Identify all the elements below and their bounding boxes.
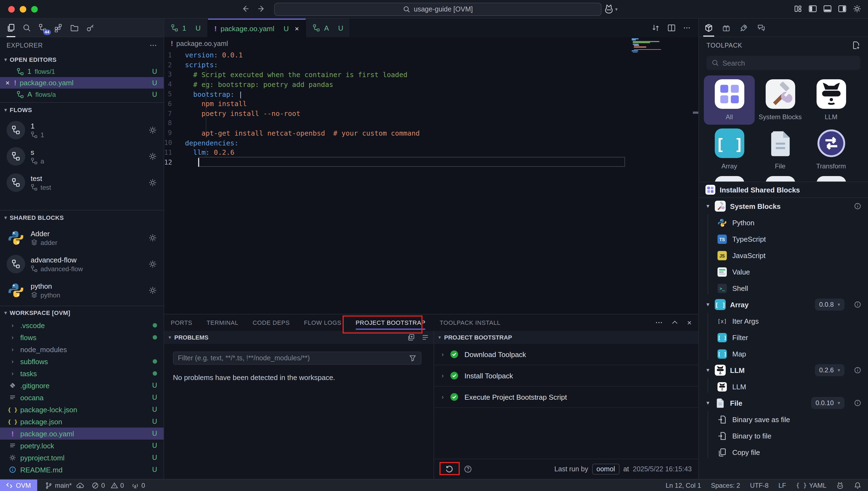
explorer-more-icon[interactable] — [150, 41, 157, 49]
shared-block-card[interactable]: advanced-flowadvanced-flow — [0, 251, 164, 277]
minimap[interactable] — [631, 38, 663, 55]
bootstrap-help-icon[interactable] — [464, 465, 472, 473]
close-tab-icon[interactable]: × — [295, 24, 299, 32]
info-icon[interactable] — [854, 399, 862, 407]
workspace-item-tasks[interactable]: › tasks — [0, 368, 164, 379]
toggle-sidebar-right-icon[interactable] — [838, 4, 847, 13]
block-item-typescript[interactable]: TS TypeScript — [699, 231, 868, 248]
code-line-11[interactable]: 11 llm: 0.2.6 — [164, 148, 698, 157]
editor-scroll-indicator[interactable] — [693, 112, 698, 114]
close-editor-icon[interactable]: × — [5, 79, 9, 87]
breadcrumb[interactable]: ! package.oo.yaml — [164, 37, 698, 50]
triangle-down-icon[interactable]: ▼ — [705, 401, 710, 406]
new-toolpack-icon[interactable] — [851, 41, 860, 50]
maximize-window-button[interactable] — [31, 6, 38, 12]
problems-filter-input[interactable] — [178, 354, 409, 362]
flow-settings-gear-icon[interactable] — [148, 152, 157, 161]
collapse-all-icon[interactable] — [407, 334, 415, 341]
panel-more-icon[interactable] — [655, 319, 663, 326]
chevron-right-icon[interactable]: › — [442, 372, 443, 379]
workspace-header[interactable]: ▾WORKSPACE [OVM] — [0, 306, 164, 319]
shared-blocks-header[interactable]: ▾SHARED BLOCKS — [0, 210, 164, 225]
workspace-item-.gitignore[interactable]: .gitignoreU — [0, 379, 164, 392]
activity-tab-key[interactable] — [86, 23, 95, 32]
forward-icon[interactable] — [257, 4, 266, 13]
open-editors-header[interactable]: ▾OPEN EDITORS — [0, 54, 164, 66]
right-panel-tab-toolpack[interactable] — [704, 19, 713, 36]
workspace-item-oocana[interactable]: oocanaU — [0, 392, 164, 404]
code-line-1[interactable]: 1version: 0.0.1 — [164, 50, 698, 60]
command-center-search[interactable]: usage-guide [OVM] — [274, 3, 601, 16]
back-icon[interactable] — [241, 4, 249, 13]
code-line-2[interactable]: 2scripts: — [164, 60, 698, 70]
toggle-panel-bottom-icon[interactable] — [823, 4, 832, 13]
minimize-window-button[interactable] — [20, 6, 26, 12]
shared-block-card[interactable]: Adderadder — [0, 225, 164, 251]
toolpack-search[interactable] — [707, 56, 860, 70]
activity-tab-folder[interactable] — [70, 23, 79, 32]
block-group-llm[interactable]: ▼ LLM0.2.6▾ — [699, 362, 868, 379]
filter-funnel-icon[interactable] — [409, 354, 416, 362]
activity-tab-files[interactable] — [6, 23, 15, 32]
code-line-6[interactable]: 6 npm install — [164, 99, 698, 109]
assistant-menu-button[interactable]: ▾ — [604, 4, 618, 14]
block-settings-gear-icon[interactable] — [148, 233, 157, 242]
remote-indicator[interactable]: OVM — [0, 479, 37, 491]
cursor-position[interactable]: Ln 12, Col 1 — [666, 482, 701, 489]
open-editor-item[interactable]: Aflows/aU — [0, 89, 164, 100]
block-item-javascript[interactable]: JS JavaScript — [699, 248, 868, 264]
toolpack-tile-file[interactable]: File — [755, 125, 806, 174]
bootstrap-step[interactable]: › Download Toolpack — [434, 344, 698, 365]
last-run-user-badge[interactable]: oomol — [592, 464, 620, 474]
flow-settings-gear-icon[interactable] — [148, 126, 157, 135]
info-icon[interactable] — [854, 367, 862, 374]
toolpack-tile-system-blocks[interactable]: System Blocks — [755, 76, 806, 125]
view-as-list-icon[interactable] — [422, 334, 429, 341]
workspace-item-flows[interactable]: › flows — [0, 331, 164, 343]
block-settings-gear-icon[interactable] — [148, 260, 157, 268]
block-item-binary-save-as-file[interactable]: Binary save as file — [699, 411, 868, 428]
flows-header[interactable]: ▾FLOWS — [0, 103, 164, 117]
block-group-system-blocks[interactable]: ▼ System Blocks — [699, 198, 868, 214]
workspace-item-README.md[interactable]: README.mdU — [0, 464, 164, 476]
close-window-button[interactable] — [8, 6, 15, 12]
block-item-filter[interactable]: [ ] Filter — [699, 329, 868, 346]
panel-maximize-icon[interactable] — [671, 319, 679, 326]
block-item-binary-to-file[interactable]: Binary to file — [699, 428, 868, 444]
indentation-setting[interactable]: Spaces: 2 — [711, 482, 740, 489]
code-line-3[interactable]: 3 # Script executed when the container i… — [164, 70, 698, 80]
panel-tab-toolpack-install[interactable]: TOOLPACK INSTALL — [440, 315, 500, 330]
version-select[interactable]: 0.0.8▾ — [815, 299, 844, 311]
info-icon[interactable] — [854, 203, 862, 210]
notifications-bell-icon[interactable] — [854, 482, 862, 489]
split-editor-icon[interactable] — [667, 24, 676, 32]
block-item-llm[interactable]: LLM — [699, 379, 868, 395]
problems-status[interactable]: 0 0 — [91, 482, 124, 489]
bootstrap-step[interactable]: › Execute Project Bootstrap Script — [434, 386, 698, 408]
info-icon[interactable] — [854, 301, 862, 309]
flow-card[interactable]: sa — [0, 143, 164, 170]
ports-status[interactable]: 0 — [132, 482, 145, 489]
git-branch-status[interactable]: main* — [45, 482, 84, 489]
editor-tab-1[interactable]: 1U — [164, 19, 208, 37]
block-item-copy-file[interactable]: Copy file — [699, 444, 868, 461]
editor-more-icon[interactable] — [683, 24, 691, 32]
language-mode[interactable]: { } YAML — [796, 482, 826, 489]
problems-filter[interactable] — [173, 352, 422, 365]
toolpack-tile-transform[interactable]: Transform — [806, 125, 857, 174]
flow-settings-gear-icon[interactable] — [148, 178, 157, 187]
bootstrap-step[interactable]: › Install Toolpack — [434, 365, 698, 386]
workspace-item-poetry.lock[interactable]: poetry.lockU — [0, 440, 164, 452]
block-item-value[interactable]: Value — [699, 264, 868, 280]
workspace-item-package.json[interactable]: { } package.jsonU — [0, 415, 164, 428]
encoding-setting[interactable]: UTF-8 — [750, 482, 769, 489]
block-settings-gear-icon[interactable] — [148, 286, 157, 295]
version-select[interactable]: 0.0.10▾ — [811, 397, 844, 409]
panel-close-icon[interactable]: × — [687, 318, 692, 327]
chevron-right-icon[interactable]: › — [442, 394, 443, 400]
panel-tab-ports[interactable]: PORTS — [171, 315, 192, 330]
workspace-item-node_modules[interactable]: › node_modules — [0, 343, 164, 355]
chevron-right-icon[interactable]: › — [442, 351, 443, 357]
triangle-down-icon[interactable]: ▼ — [705, 204, 710, 209]
editor-tab-A[interactable]: AU — [306, 19, 350, 37]
